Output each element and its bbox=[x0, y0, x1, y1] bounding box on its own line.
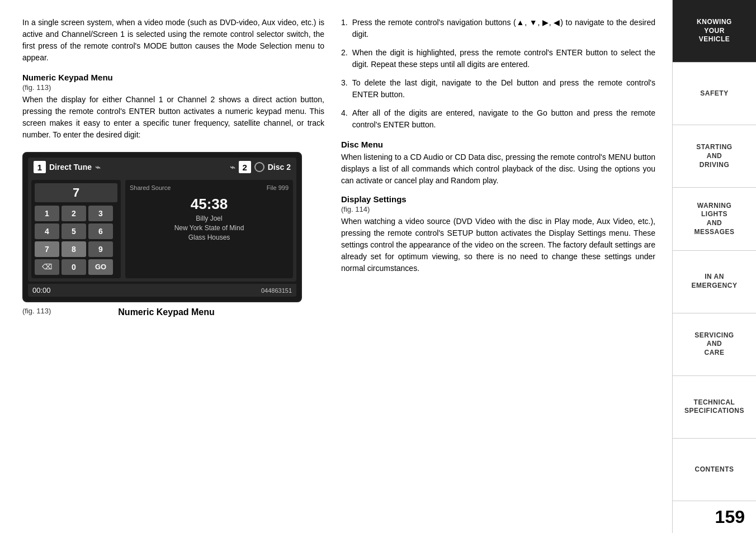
channel2-num: 2 bbox=[239, 161, 251, 173]
intro-paragraph: In a single screen system, when a video … bbox=[22, 17, 324, 64]
current-digit: 7 bbox=[35, 183, 117, 202]
device-body: 7 1 2 3 4 5 6 7 8 9 ⌫ 0 bbox=[28, 177, 296, 282]
device-bottom-bar: 00:00 044863151 bbox=[28, 284, 296, 297]
info-time: 45:38 bbox=[130, 196, 289, 213]
section2-body: When listening to a CD Audio or CD Data … bbox=[341, 151, 655, 187]
list-num-2: 2. bbox=[341, 47, 348, 70]
sidebar-item-emergency[interactable]: IN ANEMERGENCY bbox=[673, 251, 756, 313]
key-3[interactable]: 3 bbox=[88, 206, 113, 221]
file-label: File 999 bbox=[267, 184, 289, 191]
section3-body: When watching a video source (DVD Video … bbox=[341, 216, 655, 274]
disc-icon bbox=[254, 162, 264, 172]
fig-caption-label: Numeric Keypad Menu bbox=[118, 307, 214, 317]
key-1[interactable]: 1 bbox=[35, 206, 59, 221]
sidebar: KNOWINGYOURVEHICLE SAFETY STARTINGANDDRI… bbox=[672, 0, 756, 533]
key-2[interactable]: 2 bbox=[62, 206, 86, 221]
section2-heading: Disc Menu bbox=[341, 140, 655, 149]
section1-body: When the display for either Channel 1 or… bbox=[22, 94, 324, 141]
list-text-1: Press the remote control's navigation bu… bbox=[352, 17, 655, 40]
keypad-section: 7 1 2 3 4 5 6 7 8 9 ⌫ 0 bbox=[31, 180, 121, 278]
list-item-3: 3. To delete the last digit, navigate to… bbox=[341, 77, 655, 101]
list-num-4: 4. bbox=[341, 107, 348, 131]
sidebar-label-technical: TECHNICALSPECIFICATIONS bbox=[684, 398, 744, 416]
shared-source-label: Shared Source bbox=[130, 184, 171, 191]
section1-fig-label: (fig. 113) bbox=[22, 83, 324, 92]
sidebar-label-contents: CONTENTS bbox=[695, 465, 734, 474]
list-num-3: 3. bbox=[341, 77, 348, 101]
key-0[interactable]: 0 bbox=[62, 259, 86, 275]
info-artist: Billy Joel New York State of Mind Glass … bbox=[130, 214, 289, 242]
sidebar-item-technical[interactable]: TECHNICALSPECIFICATIONS bbox=[673, 376, 756, 439]
list-item-4: 4. After all of the digits are entered, … bbox=[341, 107, 655, 131]
list-item-2: 2. When the digit is highlighted, press … bbox=[341, 47, 655, 70]
channel1-text: Direct Tune bbox=[49, 163, 92, 172]
sidebar-item-safety[interactable]: SAFETY bbox=[673, 63, 756, 125]
list-text-3: To delete the last digit, navigate to th… bbox=[352, 77, 655, 101]
bottom-time: 00:00 bbox=[32, 286, 51, 294]
device-image: 1 Direct Tune ⌁ ⌁ 2 Disc 2 7 bbox=[22, 152, 302, 302]
sidebar-item-knowing-your-vehicle[interactable]: KNOWINGYOURVEHICLE bbox=[673, 0, 756, 63]
list-item-1: 1. Press the remote control's navigation… bbox=[341, 17, 655, 40]
page-number: 159 bbox=[673, 501, 756, 533]
sidebar-item-servicing[interactable]: SERVICINGANDCARE bbox=[673, 313, 756, 376]
section3-heading: Display Settings bbox=[341, 194, 655, 204]
key-7[interactable]: 7 bbox=[35, 241, 59, 257]
list-num-1: 1. bbox=[341, 17, 348, 40]
key-6[interactable]: 6 bbox=[88, 223, 113, 239]
instructions-list: 1. Press the remote control's navigation… bbox=[341, 17, 655, 131]
sidebar-label-warning: WARNINGLIGHTSANDMESSAGES bbox=[694, 202, 734, 236]
sidebar-label-safety: SAFETY bbox=[700, 89, 728, 98]
sidebar-label-emergency: IN ANEMERGENCY bbox=[692, 273, 738, 290]
section3-fig-label: (fig. 114) bbox=[341, 205, 655, 213]
key-del[interactable]: ⌫ bbox=[35, 259, 59, 275]
list-text-2: When the digit is highlighted, press the… bbox=[352, 47, 655, 70]
key-4[interactable]: 4 bbox=[35, 223, 59, 239]
antenna-icon2: ⌁ bbox=[230, 162, 235, 173]
sidebar-item-starting-and-driving[interactable]: STARTINGANDDRIVING bbox=[673, 125, 756, 188]
channel1-label: 1 Direct Tune ⌁ bbox=[34, 161, 101, 173]
channel2-label: ⌁ 2 Disc 2 bbox=[230, 161, 291, 173]
col-right: 1. Press the remote control's navigation… bbox=[336, 17, 655, 522]
sidebar-item-contents[interactable]: CONTENTS bbox=[673, 439, 756, 501]
key-5[interactable]: 5 bbox=[62, 223, 86, 239]
key-8[interactable]: 8 bbox=[62, 241, 86, 257]
section1-heading: Numeric Keypad Menu bbox=[22, 73, 324, 82]
sidebar-label-servicing: SERVICINGANDCARE bbox=[694, 331, 734, 358]
channel1-num: 1 bbox=[34, 161, 46, 173]
list-text-4: After all of the digits are entered, nav… bbox=[352, 107, 655, 131]
sidebar-item-warning-lights[interactable]: WARNINGLIGHTSANDMESSAGES bbox=[673, 188, 756, 250]
part-number: 044863151 bbox=[261, 287, 292, 294]
info-section: Shared Source File 999 45:38 Billy Joel … bbox=[125, 180, 293, 278]
key-go[interactable]: GO bbox=[88, 259, 113, 275]
key-9[interactable]: 9 bbox=[88, 241, 113, 257]
antenna-icon: ⌁ bbox=[95, 162, 101, 173]
sidebar-label-starting: STARTINGANDDRIVING bbox=[696, 143, 732, 169]
fig-caption-below: (fig. 113) bbox=[22, 307, 51, 315]
info-source-row: Shared Source File 999 bbox=[130, 184, 289, 191]
sidebar-label-knowing: KNOWINGYOURVEHICLE bbox=[697, 18, 732, 44]
keypad-grid: 1 2 3 4 5 6 7 8 9 ⌫ 0 GO bbox=[35, 206, 117, 275]
device-top-bar: 1 Direct Tune ⌁ ⌁ 2 Disc 2 bbox=[28, 158, 296, 177]
channel2-text: Disc 2 bbox=[268, 163, 291, 172]
